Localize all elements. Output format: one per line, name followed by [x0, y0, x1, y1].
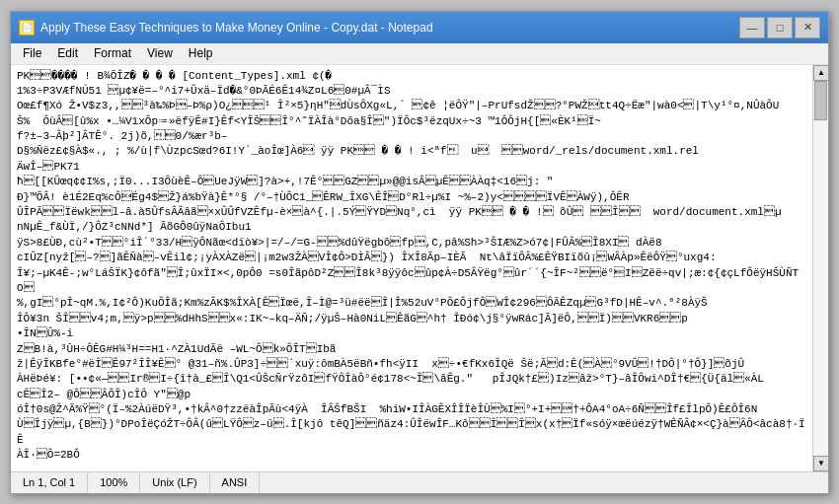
status-line-ending: Unix (LF) — [140, 472, 209, 493]
close-button[interactable]: ✕ — [795, 17, 820, 38]
status-bar: Ln 1, Col 1 100% Unix (LF) ANSI — [11, 471, 828, 493]
maximize-button[interactable]: □ — [767, 17, 793, 38]
scroll-up-button[interactable]: ▲ — [813, 65, 828, 81]
text-content[interactable]: PK���� ! B¾ÕÎZ� � � � [Content_Types].… — [11, 65, 812, 471]
minimize-button[interactable]: — — [739, 17, 765, 38]
status-encoding: ANSI — [210, 472, 261, 493]
scroll-track[interactable] — [813, 81, 828, 456]
title-bar-left: 📄 Apply These Easy Techniques to Make Mo… — [19, 20, 433, 36]
title-bar: 📄 Apply These Easy Techniques to Make Mo… — [11, 12, 828, 43]
app-icon: 📄 — [19, 20, 35, 36]
menu-format[interactable]: Format — [86, 44, 139, 62]
notepad-window: 📄 Apply These Easy Techniques to Make Mo… — [10, 11, 829, 494]
status-position: Ln 1, Col 1 — [19, 472, 88, 493]
menu-help[interactable]: Help — [181, 44, 221, 62]
scroll-down-button[interactable]: ▼ — [813, 456, 828, 471]
status-zoom-text: 100% — [100, 476, 127, 488]
menu-file[interactable]: File — [15, 44, 49, 62]
window-title: Apply These Easy Techniques to Make Mone… — [40, 21, 433, 35]
status-encoding-text: ANSI — [222, 476, 248, 488]
vertical-scrollbar[interactable]: ▲ ▼ — [812, 65, 828, 471]
scroll-thumb[interactable] — [814, 81, 827, 120]
status-position-text: Ln 1, Col 1 — [23, 476, 75, 488]
menu-bar: File Edit Format View Help — [11, 43, 828, 65]
title-controls: — □ ✕ — [739, 17, 820, 38]
menu-view[interactable]: View — [139, 44, 181, 62]
status-zoom: 100% — [88, 472, 140, 493]
menu-edit[interactable]: Edit — [49, 44, 86, 62]
status-line-ending-text: Unix (LF) — [152, 476, 196, 488]
content-wrapper: PK���� ! B¾ÕÎZ� � � � [Content_Types].… — [11, 65, 828, 471]
